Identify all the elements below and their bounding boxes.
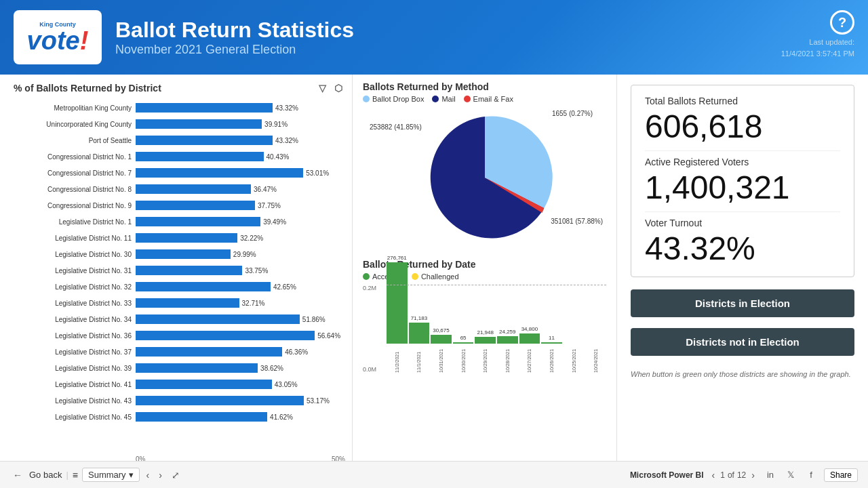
bar-pct-label: 37.75% (255, 202, 281, 209)
bar-pct-label: 43.32% (273, 137, 298, 144)
date-bar[interactable] (453, 342, 474, 344)
date-legend-label: Challenged (421, 272, 459, 281)
bar-label: Congressional District No. 9 (14, 202, 136, 209)
bar-row: Congressional District No. 937.75% (14, 198, 345, 213)
bar-pct-label: 39.49% (260, 218, 286, 226)
page-next-icon[interactable]: › (749, 468, 757, 482)
help-button[interactable]: ? (830, 10, 854, 35)
date-bar-value: 276,761 (387, 255, 407, 261)
bar-pct-label: 32.71% (239, 300, 265, 307)
bar-track: 43.32% (136, 103, 345, 113)
date-label: 10/29/2021 (483, 346, 488, 373)
page-total: 12 (737, 470, 746, 480)
date-bar[interactable] (519, 333, 540, 344)
date-bar-value: 71,183 (411, 315, 427, 321)
bar-fill[interactable]: 40.43% (136, 152, 264, 161)
bar-label: Legislative District No. 33 (14, 300, 136, 307)
bar-fill[interactable]: 39.49% (136, 217, 260, 226)
page-prev-icon[interactable]: ‹ (709, 468, 718, 482)
expand-icon[interactable]: ⬡ (332, 81, 345, 95)
bar-row: Legislative District No. 3133.75% (14, 263, 345, 278)
last-updated-value: 11/4/2021 3:57:41 PM (781, 49, 854, 58)
bar-fill[interactable]: 39.91% (136, 119, 262, 129)
date-label: 10/30/2021 (461, 346, 466, 373)
summary-icon: ≡ (73, 470, 78, 481)
date-bar[interactable] (497, 336, 518, 344)
bar-fill[interactable]: 46.36% (136, 347, 282, 357)
bar-fill[interactable]: 41.62% (136, 412, 267, 422)
turnout-value: 43.32% (645, 231, 840, 267)
prev-page-button[interactable]: ‹ (144, 468, 153, 482)
bar-track: 39.49% (136, 217, 345, 226)
bar-fill[interactable]: 38.62% (136, 363, 258, 373)
logo: King County vote! (14, 10, 102, 64)
bar-fill[interactable]: 43.32% (136, 103, 273, 113)
next-page-button[interactable]: › (156, 468, 165, 482)
bar-fill[interactable]: 53.01% (136, 168, 303, 178)
facebook-icon[interactable]: f (804, 468, 818, 483)
districts-election-button[interactable]: Districts in Election (631, 289, 854, 317)
bar-track: 46.36% (136, 347, 345, 357)
bar-fill[interactable]: 33.75% (136, 266, 242, 275)
bar-fill[interactable]: 56.64% (136, 331, 315, 340)
bar-fill[interactable]: 36.47% (136, 184, 251, 194)
bar-row: Congressional District No. 836.47% (14, 182, 345, 197)
bar-fill[interactable]: 43.32% (136, 136, 273, 145)
bar-label: Legislative District No. 39 (14, 365, 136, 372)
bar-track: 51.86% (136, 314, 345, 324)
date-bar-group: 10/24/2021 (585, 336, 606, 373)
bar-fill[interactable]: 51.86% (136, 314, 300, 324)
date-bar[interactable] (475, 337, 496, 344)
twitter-icon[interactable]: 𝕏 (783, 468, 798, 483)
fullscreen-button[interactable]: ⤢ (169, 468, 182, 482)
bar-pct-label: 53.01% (303, 169, 329, 177)
districts-not-button[interactable]: Districts not in Election (631, 328, 854, 356)
date-label: 11/2/2021 (395, 346, 399, 373)
total-value: 606,618 (645, 109, 840, 145)
legend-label: Ballot Drop Box (372, 95, 424, 103)
districts-note: When button is green only those district… (631, 370, 854, 378)
axis-0: 0% (136, 455, 145, 461)
bar-fill[interactable]: 29.99% (136, 249, 231, 259)
bar-row: Legislative District No. 4541.62% (14, 409, 345, 424)
total-label: Total Ballots Returned (645, 96, 840, 106)
linkedin-icon[interactable]: in (763, 468, 778, 483)
bar-track: 41.62% (136, 412, 345, 422)
bar-row: Legislative District No. 3746.36% (14, 344, 345, 359)
date-bar-value: 21,948 (477, 329, 493, 336)
date-bar-value: 30,675 (433, 327, 449, 333)
bar-fill[interactable]: 42.65% (136, 282, 271, 291)
back-arrow-icon[interactable]: ← (10, 468, 25, 482)
pie-chart (410, 110, 559, 245)
bar-fill[interactable]: 43.05% (136, 380, 272, 389)
registered-value: 1,400,321 (645, 170, 840, 206)
bar-track: 36.47% (136, 184, 345, 194)
bar-fill[interactable]: 37.75% (136, 201, 255, 210)
y-bottom: 0.0M (363, 366, 376, 373)
bar-fill[interactable]: 32.22% (136, 233, 237, 243)
date-bar[interactable] (431, 335, 452, 344)
bar-fill[interactable]: 32.71% (136, 298, 239, 308)
summary-dropdown[interactable]: Summary ▾ (82, 468, 140, 482)
footer: ← Go back | ≡ Summary ▾ ‹ › ⤢ Microsoft … (0, 461, 868, 488)
bar-chart: Metropolitian King County43.32%Unincorpo… (14, 100, 345, 453)
bar-row: Legislative District No. 3332.71% (14, 296, 345, 310)
date-label: 10/24/2021 (593, 346, 598, 373)
bar-track: 53.01% (136, 168, 345, 178)
date-bar-value: 11 (549, 335, 555, 341)
date-label: 10/26/2021 (549, 346, 554, 373)
date-bar-group: 6510/30/2021 (453, 335, 474, 373)
share-button[interactable]: Share (824, 468, 858, 482)
bar-fill[interactable]: 53.17% (136, 396, 304, 405)
powerbi-brand: Microsoft Power BI (630, 470, 704, 480)
date-bar[interactable] (541, 342, 562, 344)
bar-pct-label: 40.43% (264, 153, 290, 161)
go-back-label[interactable]: Go back (29, 470, 62, 480)
pie-label-mail: 351081 (57.88%) (551, 218, 603, 225)
bar-track: 32.22% (136, 233, 345, 243)
bar-row: Metropolitian King County43.32% (14, 100, 345, 115)
date-bar[interactable] (409, 323, 430, 344)
date-bar[interactable] (387, 262, 408, 344)
filter-icon[interactable]: ▽ (315, 81, 329, 95)
bar-row: Unincorporated King County39.91% (14, 117, 345, 131)
